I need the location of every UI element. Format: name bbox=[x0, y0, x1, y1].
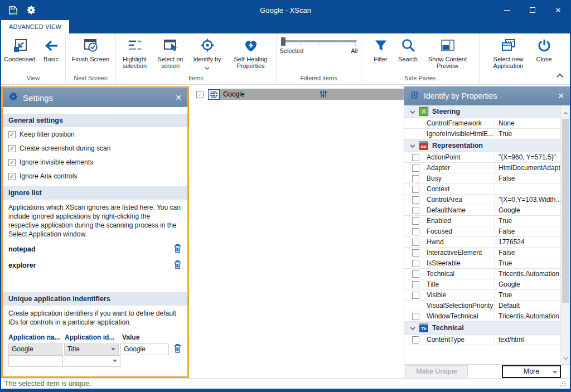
property-row[interactable]: Context bbox=[404, 184, 560, 195]
application-identifier-dropdown-empty[interactable] bbox=[65, 355, 120, 367]
property-value: False bbox=[495, 226, 560, 236]
identify-properties-inline-icon[interactable] bbox=[319, 90, 328, 100]
ignore-invisible-checkbox[interactable]: ✓ bbox=[8, 159, 16, 166]
ribbon-group-items: Highlight selection Select on screen Ide… bbox=[116, 33, 277, 84]
maximize-button[interactable] bbox=[520, 0, 545, 20]
identify-by-button[interactable]: Identify by bbox=[188, 33, 226, 75]
slider-thumb[interactable] bbox=[281, 37, 286, 46]
resize-grip[interactable] bbox=[560, 381, 565, 386]
make-unique-button[interactable]: Make Unique bbox=[405, 365, 468, 378]
properties-scrollbar[interactable] bbox=[560, 105, 570, 364]
property-checkbox[interactable] bbox=[412, 336, 419, 343]
more-button[interactable]: More bbox=[502, 365, 561, 378]
checkbox-row[interactable]: ✓ Ignore Aria controls bbox=[3, 169, 187, 183]
tab-advanced-view[interactable]: ADVANCED VIEW bbox=[1, 20, 69, 33]
tree-item-checkbox[interactable]: ✓ bbox=[196, 91, 204, 98]
filter-button[interactable]: Filter bbox=[367, 33, 394, 75]
application-name-field[interactable]: Google bbox=[8, 343, 62, 355]
property-checkbox[interactable] bbox=[412, 249, 419, 257]
keep-filter-position-checkbox[interactable]: ✓ bbox=[8, 131, 16, 138]
finish-screen-button[interactable]: Finish Screen bbox=[71, 33, 111, 75]
condensed-button[interactable]: Condensed bbox=[2, 33, 38, 75]
property-row[interactable]: VisualSelectionPriorityDefault bbox=[404, 301, 560, 311]
property-checkbox[interactable] bbox=[412, 260, 419, 267]
close-pane-button[interactable]: Close bbox=[531, 33, 557, 75]
property-label: ControlArea bbox=[427, 196, 495, 204]
gear-icon[interactable] bbox=[26, 5, 36, 15]
property-row[interactable]: ActionPoint"{X=960, Y=571,5}" bbox=[404, 152, 560, 163]
property-row[interactable]: TitleGoogle bbox=[404, 279, 560, 290]
property-checkbox[interactable] bbox=[412, 207, 419, 214]
minimize-button[interactable] bbox=[494, 0, 520, 20]
checkbox-label: Create screenshot during scan bbox=[20, 144, 110, 152]
create-screenshot-checkbox[interactable]: ✓ bbox=[8, 145, 16, 152]
property-row[interactable]: InteractiveElementFalse bbox=[404, 248, 560, 258]
highlight-selection-button[interactable]: Highlight selection bbox=[117, 33, 153, 75]
tree-row-google[interactable]: ✓ Google bbox=[196, 89, 404, 100]
property-row[interactable]: FocusedFalse bbox=[404, 226, 560, 237]
property-checkbox[interactable] bbox=[412, 196, 419, 204]
property-row[interactable]: BusyFalse bbox=[404, 173, 560, 184]
checkbox-row[interactable]: ✓ Create screenshot during scan bbox=[3, 141, 187, 155]
select-on-screen-button[interactable]: Select on screen bbox=[153, 33, 188, 75]
trash-icon[interactable] bbox=[173, 244, 182, 255]
checkbox-row[interactable]: ✓ Keep filter position bbox=[3, 127, 187, 141]
property-row[interactable]: ControlFramework None bbox=[404, 118, 560, 129]
self-healing-properties-label: Self-Healing Properties bbox=[226, 56, 275, 70]
property-checkbox[interactable] bbox=[412, 175, 419, 182]
property-checkbox[interactable] bbox=[412, 281, 419, 288]
value-field-empty[interactable] bbox=[122, 355, 171, 367]
settings-panel-title: Settings bbox=[23, 93, 53, 103]
trash-icon[interactable] bbox=[173, 260, 182, 271]
basic-button[interactable]: Basic bbox=[38, 33, 65, 75]
show-content-preview-button[interactable]: Show Content Preview bbox=[422, 33, 473, 75]
section-representation[interactable]: BID Representation bbox=[404, 139, 560, 152]
tree-item-selection[interactable]: Google bbox=[220, 89, 404, 100]
scroll-up-icon[interactable] bbox=[563, 107, 568, 117]
property-row[interactable]: EnabledTrue bbox=[404, 216, 560, 226]
scrollbar-thumb[interactable] bbox=[562, 119, 569, 303]
scroll-down-icon[interactable] bbox=[563, 352, 568, 362]
ignore-aria-checkbox[interactable]: ✓ bbox=[8, 173, 16, 180]
property-checkbox[interactable] bbox=[412, 186, 419, 193]
property-value bbox=[495, 184, 560, 194]
property-row[interactable]: ContentTypetext/html bbox=[404, 335, 560, 345]
property-checkbox[interactable] bbox=[412, 239, 419, 246]
settings-close-icon[interactable]: ✕ bbox=[175, 93, 182, 102]
ribbon: Condensed Basic View Finish Screen Next … bbox=[1, 33, 570, 85]
save-icon[interactable] bbox=[8, 5, 18, 16]
property-row[interactable]: ControlArea"{X=0,Y=103,Width... bbox=[404, 195, 560, 205]
property-row[interactable]: WindowTechnicalTricentis.Automation... bbox=[404, 311, 560, 322]
self-healing-properties-button[interactable]: Self-Healing Properties bbox=[226, 33, 275, 75]
collapse-ribbon-icon[interactable] bbox=[557, 70, 563, 80]
filter-slider[interactable]: Selected All bbox=[280, 33, 358, 75]
property-row[interactable]: IgnoreInvisibleHtmlE... True bbox=[404, 129, 560, 139]
value-field[interactable]: Google bbox=[120, 343, 169, 355]
steering-icon: S bbox=[419, 107, 428, 116]
section-technical[interactable]: Th Technical bbox=[404, 322, 560, 335]
section-steering[interactable]: S Steering bbox=[404, 105, 560, 118]
property-row[interactable]: VisibleTrue bbox=[404, 290, 560, 301]
property-row[interactable]: IsSteerableTrue bbox=[404, 258, 560, 269]
search-button[interactable]: Search bbox=[394, 33, 422, 75]
close-button[interactable]: ✕ bbox=[545, 0, 571, 20]
property-row[interactable]: Hwnd1776524 bbox=[404, 237, 560, 248]
checkbox-row[interactable]: ✓ Ignore invisible elements bbox=[3, 155, 187, 169]
search-icon bbox=[400, 37, 417, 54]
property-row[interactable]: DefaultNameGoogle bbox=[404, 205, 560, 216]
trash-icon[interactable] bbox=[173, 343, 182, 355]
property-checkbox[interactable] bbox=[412, 313, 419, 320]
property-checkbox[interactable] bbox=[412, 217, 419, 225]
property-checkbox[interactable] bbox=[412, 228, 419, 235]
property-row[interactable]: AdapterHtmlDocumentAdapter bbox=[404, 163, 560, 173]
property-checkbox[interactable] bbox=[412, 154, 419, 161]
property-row[interactable]: TechnicalTricentis.Automation... bbox=[404, 269, 560, 279]
property-checkbox[interactable] bbox=[412, 292, 419, 299]
dropdown-caret-icon bbox=[111, 348, 115, 351]
select-new-application-button[interactable]: Select new Application bbox=[486, 33, 531, 75]
property-checkbox[interactable] bbox=[412, 270, 419, 278]
application-identifier-dropdown[interactable]: Title bbox=[64, 343, 119, 355]
application-name-field-empty[interactable] bbox=[8, 355, 63, 367]
properties-close-icon[interactable]: ✕ bbox=[558, 91, 564, 100]
property-checkbox[interactable] bbox=[412, 164, 419, 172]
